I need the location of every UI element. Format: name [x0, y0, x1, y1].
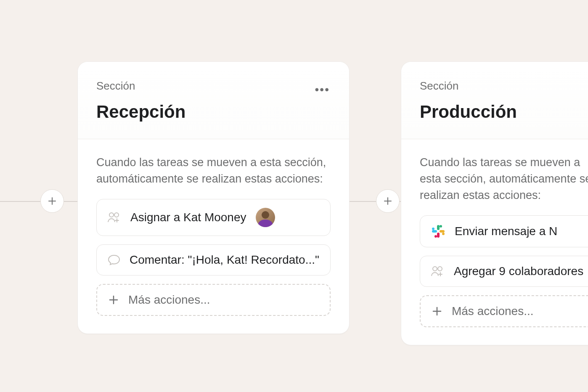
- more-options-button[interactable]: •••: [315, 83, 330, 96]
- section-card-produccion: Sección Producción Cuando las tareas se …: [401, 61, 588, 345]
- svg-point-0: [109, 213, 114, 217]
- plus-icon: [47, 196, 57, 206]
- automation-description: Cuando las tareas se mueven a esta secci…: [96, 154, 331, 187]
- svg-point-1: [114, 213, 119, 217]
- svg-rect-3: [440, 230, 445, 233]
- automation-description: Cuando las tareas se mueven a esta secci…: [420, 154, 588, 204]
- card-header: Sección Recepción: [78, 62, 349, 139]
- section-label: Sección: [420, 79, 588, 93]
- svg-point-9: [432, 228, 434, 230]
- add-section-button-left[interactable]: [40, 189, 64, 213]
- action-assign[interactable]: Asignar a Kat Mooney: [96, 199, 331, 236]
- card-header: Sección Producción: [401, 62, 588, 139]
- avatar: [256, 208, 275, 227]
- plus-icon: [108, 294, 119, 305]
- svg-point-6: [440, 225, 442, 228]
- svg-point-11: [438, 267, 442, 271]
- action-comment[interactable]: Comentar: "¡Hola, Kat! Recordato...": [96, 244, 331, 275]
- assign-icon: [108, 212, 121, 223]
- slack-icon: [431, 224, 445, 238]
- plus-icon: [383, 196, 393, 206]
- comment-icon: [108, 254, 120, 265]
- svg-point-8: [434, 235, 437, 238]
- svg-rect-5: [432, 230, 437, 233]
- collaborators-icon: [431, 266, 445, 277]
- svg-rect-2: [437, 225, 440, 230]
- section-title: Producción: [420, 102, 588, 122]
- more-actions-text: Más acciones...: [128, 293, 210, 307]
- action-collaborators[interactable]: Agregar 9 colaboradores: [420, 256, 588, 287]
- action-text: Asignar a Kat Mooney: [130, 211, 246, 224]
- action-text: Agregar 9 colaboradores: [454, 265, 583, 278]
- svg-rect-4: [437, 233, 440, 238]
- more-actions-button[interactable]: Más acciones...: [420, 295, 588, 327]
- section-label: Sección: [96, 79, 331, 93]
- action-text: Comentar: "¡Hola, Kat! Recordato...": [130, 253, 319, 267]
- plus-icon: [432, 306, 442, 317]
- add-section-button-right[interactable]: [376, 189, 400, 213]
- svg-point-7: [442, 233, 445, 235]
- svg-point-10: [433, 267, 437, 271]
- section-card-recepcion: ••• Sección Recepción Cuando las tareas …: [77, 61, 350, 334]
- more-actions-text: Más acciones...: [452, 305, 534, 318]
- action-slack[interactable]: Enviar mensaje a N: [420, 215, 588, 247]
- action-text: Enviar mensaje a N: [455, 225, 557, 238]
- more-actions-button[interactable]: Más acciones...: [96, 284, 331, 316]
- card-body: Cuando las tareas se mueven a esta secci…: [78, 139, 349, 334]
- section-title: Recepción: [96, 102, 331, 122]
- card-body: Cuando las tareas se mueven a esta secci…: [401, 139, 588, 345]
